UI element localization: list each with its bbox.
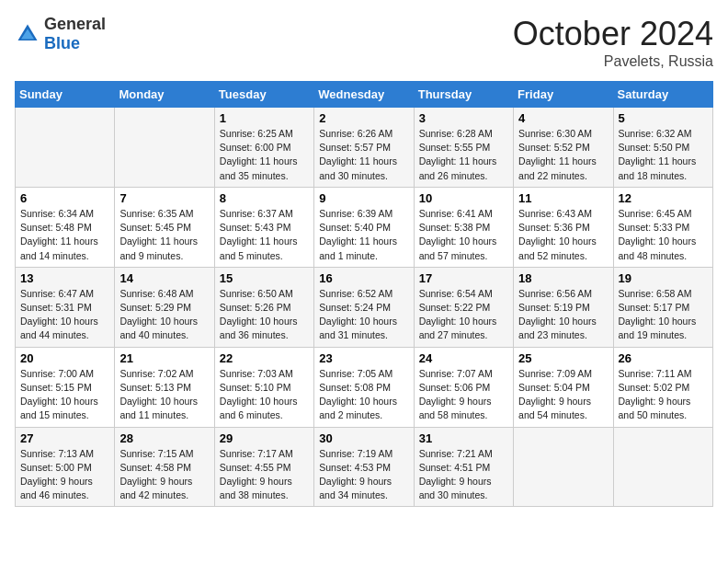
day-number: 27 xyxy=(20,431,109,445)
day-number: 15 xyxy=(220,271,309,285)
day-info: Sunrise: 6:43 AMSunset: 5:36 PMDaylight:… xyxy=(518,207,608,263)
calendar-cell: 21Sunrise: 7:02 AMSunset: 5:13 PMDayligh… xyxy=(115,347,214,427)
day-number: 13 xyxy=(20,271,109,285)
day-info: Sunrise: 7:02 AMSunset: 5:13 PMDaylight:… xyxy=(119,367,209,423)
location-title: Pavelets, Russia xyxy=(513,53,713,70)
weekday-header-row: SundayMondayTuesdayWednesdayThursdayFrid… xyxy=(16,82,713,108)
day-number: 20 xyxy=(20,351,109,365)
calendar-cell xyxy=(613,427,712,507)
day-info: Sunrise: 7:17 AMSunset: 4:55 PMDaylight:… xyxy=(220,447,309,503)
calendar-cell: 1Sunrise: 6:25 AMSunset: 6:00 PMDaylight… xyxy=(214,108,313,188)
day-info: Sunrise: 6:52 AMSunset: 5:24 PMDaylight:… xyxy=(319,287,408,343)
weekday-header-cell: Tuesday xyxy=(214,82,313,108)
day-info: Sunrise: 6:45 AMSunset: 5:33 PMDaylight:… xyxy=(619,207,708,263)
calendar-week-row: 6Sunrise: 6:34 AMSunset: 5:48 PMDaylight… xyxy=(16,187,713,267)
day-info: Sunrise: 6:26 AMSunset: 5:57 PMDaylight:… xyxy=(319,127,408,183)
calendar-cell: 3Sunrise: 6:28 AMSunset: 5:55 PMDaylight… xyxy=(414,108,513,188)
calendar-cell: 10Sunrise: 6:41 AMSunset: 5:38 PMDayligh… xyxy=(414,187,513,267)
day-number: 16 xyxy=(319,271,408,285)
calendar-week-row: 13Sunrise: 6:47 AMSunset: 5:31 PMDayligh… xyxy=(16,267,713,347)
logo-general: General xyxy=(44,15,106,33)
day-info: Sunrise: 6:47 AMSunset: 5:31 PMDaylight:… xyxy=(20,287,109,343)
day-number: 28 xyxy=(119,431,209,445)
day-info: Sunrise: 6:48 AMSunset: 5:29 PMDaylight:… xyxy=(119,287,209,343)
calendar-cell: 16Sunrise: 6:52 AMSunset: 5:24 PMDayligh… xyxy=(314,267,414,347)
calendar-cell: 22Sunrise: 7:03 AMSunset: 5:10 PMDayligh… xyxy=(214,347,313,427)
calendar-cell: 28Sunrise: 7:15 AMSunset: 4:58 PMDayligh… xyxy=(115,427,214,507)
month-title: October 2024 xyxy=(513,15,713,53)
calendar-cell: 6Sunrise: 6:34 AMSunset: 5:48 PMDaylight… xyxy=(16,187,115,267)
day-info: Sunrise: 6:56 AMSunset: 5:19 PMDaylight:… xyxy=(518,287,608,343)
day-info: Sunrise: 6:50 AMSunset: 5:26 PMDaylight:… xyxy=(220,287,309,343)
day-number: 12 xyxy=(619,191,708,205)
day-info: Sunrise: 7:03 AMSunset: 5:10 PMDaylight:… xyxy=(220,367,309,423)
day-info: Sunrise: 7:15 AMSunset: 4:58 PMDaylight:… xyxy=(119,447,209,503)
day-info: Sunrise: 6:34 AMSunset: 5:48 PMDaylight:… xyxy=(20,207,109,263)
day-number: 22 xyxy=(220,351,309,365)
day-number: 4 xyxy=(518,111,608,125)
day-number: 1 xyxy=(220,111,309,125)
calendar-cell: 18Sunrise: 6:56 AMSunset: 5:19 PMDayligh… xyxy=(514,267,613,347)
calendar-cell: 11Sunrise: 6:43 AMSunset: 5:36 PMDayligh… xyxy=(514,187,613,267)
day-number: 30 xyxy=(319,431,408,445)
calendar-cell: 15Sunrise: 6:50 AMSunset: 5:26 PMDayligh… xyxy=(214,267,313,347)
calendar-body: 1Sunrise: 6:25 AMSunset: 6:00 PMDaylight… xyxy=(16,108,713,507)
day-number: 25 xyxy=(518,351,608,365)
day-info: Sunrise: 6:37 AMSunset: 5:43 PMDaylight:… xyxy=(220,207,309,263)
calendar-cell: 31Sunrise: 7:21 AMSunset: 4:51 PMDayligh… xyxy=(414,427,513,507)
calendar-cell xyxy=(16,108,115,188)
day-number: 21 xyxy=(119,351,209,365)
calendar-week-row: 27Sunrise: 7:13 AMSunset: 5:00 PMDayligh… xyxy=(16,427,713,507)
day-info: Sunrise: 7:05 AMSunset: 5:08 PMDaylight:… xyxy=(319,367,408,423)
day-number: 26 xyxy=(619,351,708,365)
day-info: Sunrise: 6:28 AMSunset: 5:55 PMDaylight:… xyxy=(419,127,508,183)
day-info: Sunrise: 7:09 AMSunset: 5:04 PMDaylight:… xyxy=(518,367,608,423)
calendar-cell: 14Sunrise: 6:48 AMSunset: 5:29 PMDayligh… xyxy=(115,267,214,347)
day-info: Sunrise: 6:25 AMSunset: 6:00 PMDaylight:… xyxy=(220,127,309,183)
calendar-cell: 25Sunrise: 7:09 AMSunset: 5:04 PMDayligh… xyxy=(514,347,613,427)
calendar-cell: 24Sunrise: 7:07 AMSunset: 5:06 PMDayligh… xyxy=(414,347,513,427)
day-number: 8 xyxy=(220,191,309,205)
day-number: 2 xyxy=(319,111,408,125)
day-info: Sunrise: 7:19 AMSunset: 4:53 PMDaylight:… xyxy=(319,447,408,503)
calendar-cell: 17Sunrise: 6:54 AMSunset: 5:22 PMDayligh… xyxy=(414,267,513,347)
header: General Blue October 2024 Pavelets, Russ… xyxy=(15,15,713,70)
day-number: 3 xyxy=(419,111,508,125)
calendar-cell: 29Sunrise: 7:17 AMSunset: 4:55 PMDayligh… xyxy=(214,427,313,507)
day-info: Sunrise: 7:11 AMSunset: 5:02 PMDaylight:… xyxy=(619,367,708,423)
title-area: October 2024 Pavelets, Russia xyxy=(513,15,713,70)
calendar-cell: 13Sunrise: 6:47 AMSunset: 5:31 PMDayligh… xyxy=(16,267,115,347)
day-info: Sunrise: 6:35 AMSunset: 5:45 PMDaylight:… xyxy=(119,207,209,263)
weekday-header-cell: Thursday xyxy=(414,82,513,108)
logo-blue: Blue xyxy=(44,34,80,52)
calendar-cell: 20Sunrise: 7:00 AMSunset: 5:15 PMDayligh… xyxy=(16,347,115,427)
day-number: 23 xyxy=(319,351,408,365)
calendar-cell: 4Sunrise: 6:30 AMSunset: 5:52 PMDaylight… xyxy=(514,108,613,188)
day-info: Sunrise: 6:58 AMSunset: 5:17 PMDaylight:… xyxy=(619,287,708,343)
calendar-cell: 8Sunrise: 6:37 AMSunset: 5:43 PMDaylight… xyxy=(214,187,313,267)
weekday-header-cell: Friday xyxy=(514,82,613,108)
logo-icon xyxy=(15,21,40,47)
day-number: 18 xyxy=(518,271,608,285)
logo: General Blue xyxy=(15,15,106,53)
day-number: 7 xyxy=(119,191,209,205)
day-number: 17 xyxy=(419,271,508,285)
calendar-table: SundayMondayTuesdayWednesdayThursdayFrid… xyxy=(15,81,713,507)
calendar-week-row: 20Sunrise: 7:00 AMSunset: 5:15 PMDayligh… xyxy=(16,347,713,427)
calendar-cell: 12Sunrise: 6:45 AMSunset: 5:33 PMDayligh… xyxy=(613,187,712,267)
day-number: 31 xyxy=(419,431,508,445)
weekday-header-cell: Monday xyxy=(115,82,214,108)
day-number: 24 xyxy=(419,351,508,365)
weekday-header-cell: Sunday xyxy=(16,82,115,108)
weekday-header-cell: Saturday xyxy=(613,82,712,108)
day-info: Sunrise: 6:39 AMSunset: 5:40 PMDaylight:… xyxy=(319,207,408,263)
day-number: 5 xyxy=(619,111,708,125)
day-number: 10 xyxy=(419,191,508,205)
day-number: 6 xyxy=(20,191,109,205)
calendar-cell: 5Sunrise: 6:32 AMSunset: 5:50 PMDaylight… xyxy=(613,108,712,188)
calendar-cell: 2Sunrise: 6:26 AMSunset: 5:57 PMDaylight… xyxy=(314,108,414,188)
logo-text: General Blue xyxy=(44,15,106,53)
day-info: Sunrise: 6:54 AMSunset: 5:22 PMDaylight:… xyxy=(419,287,508,343)
day-number: 11 xyxy=(518,191,608,205)
day-info: Sunrise: 7:21 AMSunset: 4:51 PMDaylight:… xyxy=(419,447,508,503)
